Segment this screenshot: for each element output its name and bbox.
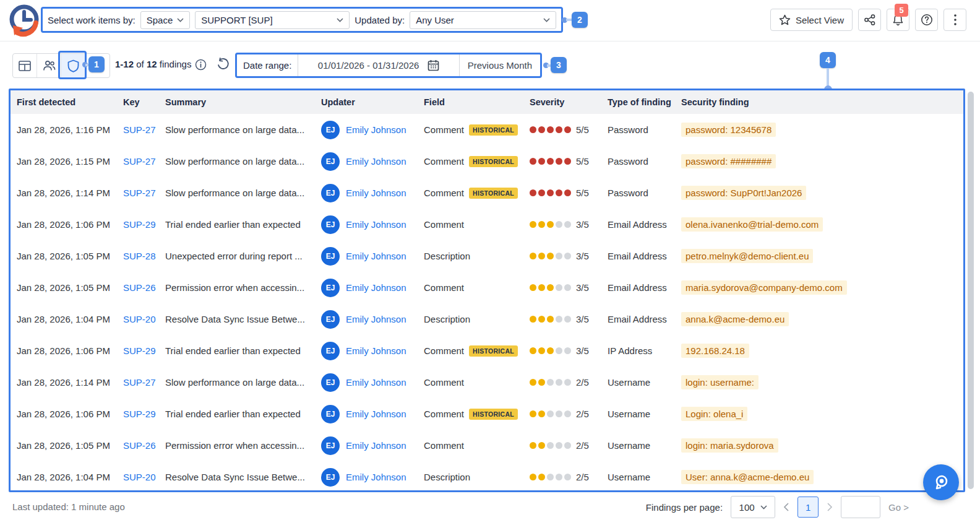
security-view-icon [67,59,79,72]
cell-key-link[interactable]: SUP-27 [123,156,165,167]
avatar: EJ [321,436,340,455]
severity-dot [547,221,554,228]
help-button[interactable] [915,9,938,31]
current-page-button[interactable]: 1 [797,497,819,518]
severity-dot [547,253,554,259]
vertical-scrollbar[interactable] [968,92,974,489]
severity-label: 2/5 [576,472,589,482]
updater-name-link[interactable]: Emily Johnson [346,440,406,451]
cell-key-link[interactable]: SUP-20 [123,472,165,482]
table-row[interactable]: Jan 28, 2026, 1:04 PM SUP-20 Resolve Dat… [11,461,963,492]
cell-key-link[interactable]: SUP-29 [123,219,165,230]
cell-key-link[interactable]: SUP-26 [123,440,165,451]
cell-key-link[interactable]: SUP-20 [123,314,165,324]
chevron-left-icon[interactable] [783,503,789,511]
refresh-button[interactable] [217,58,230,71]
notifications-button[interactable]: 5 [887,9,909,31]
cell-summary: Trial ended earlier than expected [165,345,321,356]
cell-key-link[interactable]: SUP-27 [123,377,165,388]
table-row[interactable]: Jan 28, 2026, 1:06 PM SUP-29 Trial ended… [11,209,963,240]
cell-summary: Resolve Data Sync Issue Betwe... [165,314,321,324]
cell-severity: 5/5 [530,124,608,135]
people-view-button[interactable] [37,54,61,77]
findings-range: 1-12 [115,59,134,69]
date-range-input[interactable]: 01/01/2026 - 01/31/2026 [298,54,459,76]
info-button[interactable] [195,59,207,71]
share-button[interactable] [858,9,881,31]
cell-severity: 5/5 [530,188,608,198]
cell-key-link[interactable]: SUP-27 [123,188,165,198]
severity-dot [556,410,562,417]
date-range-value: 01/01/2026 - 01/31/2026 [318,60,419,71]
finding-pill: olena.ivanenko@trial-demo.com [681,217,823,232]
updater-name-link[interactable]: Emily Johnson [346,188,406,198]
top-actions: Select View 5 [770,9,966,31]
severity-dot [538,221,545,228]
more-menu-button[interactable] [943,9,966,31]
finding-pill: password: 12345678 [681,123,776,137]
cell-field: Description [424,472,530,482]
cell-key-link[interactable]: SUP-29 [123,409,165,419]
cell-type: Username [608,472,681,482]
cell-type: Email Address [608,219,681,230]
cell-first-detected: Jan 28, 2026, 1:05 PM [17,440,123,451]
security-view-button[interactable] [61,54,85,77]
cell-key-link[interactable]: SUP-26 [123,282,165,293]
refresh-icon [217,58,230,71]
search-fab-button[interactable] [923,464,959,500]
cell-key-link[interactable]: SUP-28 [123,251,165,261]
cell-type: Email Address [608,251,681,261]
last-updated-text: Last updated: 1 minute ago [12,501,125,512]
updated-by-select[interactable]: Any User [410,11,556,29]
finding-pill: 192.168.24.18 [681,344,749,358]
updater-name-link[interactable]: Emily Johnson [346,314,406,324]
historical-badge: HISTORICAL [469,156,518,167]
table-row[interactable]: Jan 28, 2026, 1:14 PM SUP-27 Slow perfor… [11,177,963,209]
previous-month-button[interactable]: Previous Month [460,60,540,71]
filter-bar-label: Select work items by: [48,15,135,25]
select-view-button[interactable]: Select View [770,9,853,31]
historical-badge: HISTORICAL [469,124,518,136]
updater-name-link[interactable]: Emily Johnson [346,282,406,293]
per-page-select[interactable]: 100 [731,496,775,518]
updater-name-link[interactable]: Emily Johnson [346,124,406,135]
severity-dot [530,253,536,259]
severity-dot [564,284,571,291]
severity-dots [530,347,571,354]
table-row[interactable]: Jan 28, 2026, 1:04 PM SUP-20 Resolve Dat… [11,303,963,335]
cell-updater: EJ Emily Johnson [321,468,424,487]
severity-label: 3/5 [576,314,589,324]
cell-first-detected: Jan 28, 2026, 1:16 PM [17,124,123,135]
table-row[interactable]: Jan 28, 2026, 1:16 PM SUP-27 Slow perfor… [11,114,963,145]
table-row[interactable]: Jan 28, 2026, 1:06 PM SUP-29 Trial ended… [11,335,963,367]
updater-name-link[interactable]: Emily Johnson [346,345,406,356]
cell-first-detected: Jan 28, 2026, 1:06 PM [17,219,123,230]
scope-select[interactable]: Space [140,11,191,29]
chevron-right-icon[interactable] [827,503,833,511]
updater-name-link[interactable]: Emily Johnson [346,472,406,482]
goto-page-input[interactable] [841,496,880,518]
table-row[interactable]: Jan 28, 2026, 1:14 PM SUP-27 Slow perfor… [11,367,963,398]
cell-key-link[interactable]: SUP-29 [123,345,165,356]
severity-dot [538,474,545,480]
severity-dot [556,284,562,291]
go-button[interactable]: Go > [888,502,909,513]
severity-dot [547,284,554,291]
project-select[interactable]: SUPPORT [SUP] [195,11,350,29]
table-row[interactable]: Jan 28, 2026, 1:06 PM SUP-29 Trial ended… [11,398,963,430]
updater-name-link[interactable]: Emily Johnson [346,156,406,167]
finding-pill: login: maria.sydorova [681,438,778,453]
table-row[interactable]: Jan 28, 2026, 1:05 PM SUP-26 Permission … [11,430,963,461]
updater-name-link[interactable]: Emily Johnson [346,377,406,388]
table-row[interactable]: Jan 28, 2026, 1:05 PM SUP-28 Unexpected … [11,240,963,272]
updater-name-link[interactable]: Emily Johnson [346,219,406,230]
table-view-button[interactable] [13,54,37,77]
table-row[interactable]: Jan 28, 2026, 1:05 PM SUP-26 Permission … [11,272,963,303]
updater-name-link[interactable]: Emily Johnson [346,251,406,261]
severity-dots [530,221,571,228]
updater-name-link[interactable]: Emily Johnson [346,409,406,419]
table-row[interactable]: Jan 28, 2026, 1:15 PM SUP-27 Slow perfor… [11,145,963,177]
cell-finding: User: anna.k@acme-demo.eu [681,470,963,484]
cell-key-link[interactable]: SUP-27 [123,124,165,135]
severity-dot [547,189,554,196]
